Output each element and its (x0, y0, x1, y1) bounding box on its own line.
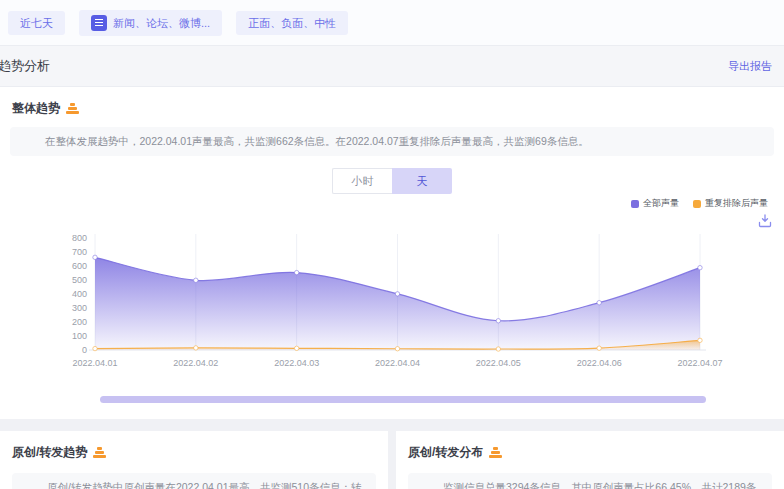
original-repost-distribution-card: 原创/转发分布 监测信息总量3294条信息，其中原创声量占比66.45%，共计2… (396, 431, 784, 489)
filter-chip-sentiment[interactable]: 正面、负面、中性 (236, 11, 348, 35)
legend-swatch-total (631, 200, 639, 208)
overall-trend-title-row: 整体趋势 (0, 100, 784, 117)
export-report-link[interactable]: 导出报告 (728, 59, 772, 74)
trend-analysis-icon (93, 447, 106, 458)
media-source-icon (91, 15, 107, 31)
svg-text:2022.04.02: 2022.04.02 (173, 358, 218, 368)
filter-chip-time[interactable]: 近七天 (8, 11, 65, 35)
filter-chip-source-label: 新闻、论坛、微博... (113, 16, 210, 30)
trend-analysis-icon (66, 103, 79, 114)
filter-chip-time-label: 近七天 (20, 16, 53, 30)
svg-text:2022.04.06: 2022.04.06 (577, 358, 622, 368)
svg-text:600: 600 (72, 261, 87, 271)
chart-legend: 全部声量 重复排除后声量 (0, 197, 784, 210)
trend-analysis-icon (489, 447, 502, 458)
toggle-hour-button[interactable]: 小时 (332, 168, 392, 194)
section-header: 趋势分析 导出报告 (0, 45, 784, 87)
legend-item-total[interactable]: 全部声量 (631, 197, 679, 210)
chart-toolbox (0, 214, 784, 228)
svg-text:2022.04.05: 2022.04.05 (476, 358, 521, 368)
overall-trend-title: 整体趋势 (12, 100, 60, 117)
svg-text:400: 400 (72, 289, 87, 299)
granularity-toggle: 小时 天 (0, 168, 784, 194)
legend-label-total: 全部声量 (643, 197, 679, 210)
save-as-image-icon[interactable] (758, 214, 772, 228)
filter-bar: 近七天 新闻、论坛、微博... 正面、负面、中性 (0, 0, 784, 45)
legend-swatch-dedup (693, 200, 701, 208)
svg-text:2022.04.07: 2022.04.07 (677, 358, 722, 368)
svg-text:200: 200 (72, 317, 87, 327)
original-repost-trend-title: 原创/转发趋势 (12, 444, 87, 461)
svg-text:300: 300 (72, 303, 87, 313)
original-repost-distribution-title-row: 原创/转发分布 (408, 444, 772, 461)
area-chart[interactable]: 01002003004005006007008002022.04.012022.… (0, 228, 784, 378)
data-zoom-slider[interactable] (100, 396, 706, 403)
filter-chip-source[interactable]: 新闻、论坛、微博... (79, 10, 222, 36)
original-repost-trend-title-row: 原创/转发趋势 (12, 444, 376, 461)
legend-label-dedup: 重复排除后声量 (705, 197, 768, 210)
page-title: 趋势分析 (0, 57, 50, 75)
legend-item-dedup[interactable]: 重复排除后声量 (693, 197, 768, 210)
overall-trend-summary: 在整体发展趋势中，2022.04.01声量最高，共监测662条信息。在2022.… (10, 127, 774, 156)
svg-text:800: 800 (72, 233, 87, 243)
trend-chart-area: 01002003004005006007008002022.04.012022.… (0, 228, 784, 382)
filter-chip-sentiment-label: 正面、负面、中性 (248, 16, 336, 30)
toggle-day-button[interactable]: 天 (392, 168, 452, 194)
svg-text:100: 100 (72, 331, 87, 341)
original-repost-distribution-title: 原创/转发分布 (408, 444, 483, 461)
overall-trend-panel: 整体趋势 在整体发展趋势中，2022.04.01声量最高，共监测662条信息。在… (0, 87, 784, 419)
original-repost-trend-card: 原创/转发趋势 原创/转发趋势中原创声量在2022.04.01最高，共监测510… (0, 431, 388, 489)
bottom-cards: 原创/转发趋势 原创/转发趋势中原创声量在2022.04.01最高，共监测510… (0, 431, 784, 489)
svg-text:2022.04.04: 2022.04.04 (375, 358, 420, 368)
svg-text:2022.04.03: 2022.04.03 (274, 358, 319, 368)
original-repost-trend-summary: 原创/转发趋势中原创声量在2022.04.01最高，共监测510条信息；转发声量… (12, 473, 376, 489)
svg-text:0: 0 (82, 345, 87, 355)
svg-text:500: 500 (72, 275, 87, 285)
svg-text:2022.04.01: 2022.04.01 (72, 358, 117, 368)
svg-text:700: 700 (72, 247, 87, 257)
original-repost-distribution-summary: 监测信息总量3294条信息，其中原创声量占比66.45%，共计2189条信息；转… (408, 473, 772, 489)
